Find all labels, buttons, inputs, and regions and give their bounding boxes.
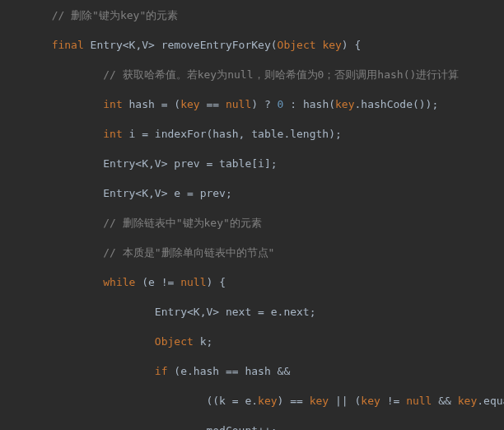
code-line: Object k; bbox=[0, 334, 504, 349]
code-line: Entry<K,V> next = e.next; bbox=[0, 305, 504, 320]
code-line: ((k = e.key) == key || (key != null && k… bbox=[0, 394, 504, 409]
code-line: Entry<K,V> prev = table[i]; bbox=[0, 157, 504, 171]
code-line: final Entry<K,V> removeEntryForKey(Objec… bbox=[0, 38, 504, 53]
code-line: modCount++; bbox=[0, 423, 504, 430]
code-line: // 删除链表中"键为key"的元素 bbox=[0, 216, 504, 231]
code-line: while (e != null) { bbox=[0, 275, 504, 290]
code-line: if (e.hash == hash && bbox=[0, 364, 504, 379]
code-line: int hash = (key == null) ? 0 : hash(key.… bbox=[0, 97, 504, 112]
code-line: int i = indexFor(hash, table.length); bbox=[0, 127, 504, 142]
code-line: // 删除"键为key"的元素 bbox=[0, 8, 504, 23]
code-line: // 获取哈希值。若key为null，则哈希值为0；否则调用hash()进行计算 bbox=[0, 68, 504, 82]
code-line: Entry<K,V> e = prev; bbox=[0, 186, 504, 201]
code-line: // 本质是"删除单向链表中的节点" bbox=[0, 245, 504, 260]
code-block: // 删除"键为key"的元素 final Entry<K,V> removeE… bbox=[0, 0, 504, 430]
